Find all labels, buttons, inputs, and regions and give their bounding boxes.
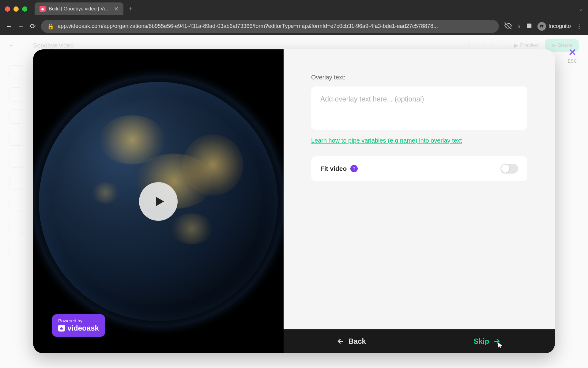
editor-modal: Powered by: ☻ videoask Overlay text: Lea…	[33, 49, 555, 353]
pipe-variables-help-link[interactable]: Learn how to pipe variables (e.g name) i…	[311, 137, 462, 144]
new-tab-button[interactable]: +	[128, 5, 132, 13]
tab-overflow-icon[interactable]: ⌄	[579, 6, 583, 12]
fit-video-toggle[interactable]	[500, 164, 518, 174]
modal-footer: Back Skip	[284, 329, 555, 353]
bg-action-icon	[499, 41, 508, 50]
close-window-button[interactable]	[5, 6, 10, 12]
nav-back-icon[interactable]: ←	[6, 22, 12, 30]
bg-sidebar-item	[9, 109, 23, 124]
toggle-knob	[501, 165, 509, 173]
skip-label: Skip	[473, 337, 489, 346]
incognito-icon	[537, 22, 546, 31]
bg-sidebar-item	[9, 242, 23, 256]
back-button[interactable]: Back	[284, 329, 420, 353]
tab-bar: ☻ Build | Goodbye video | VideoA ✕ + ⌄	[35, 2, 583, 15]
bg-sidebar-item	[9, 154, 23, 168]
form-body: Overlay text: Learn how to pipe variable…	[284, 49, 555, 329]
play-button[interactable]	[139, 182, 178, 221]
app-canvas: ← Goodbye video ▶Preview ➤Share ESC	[0, 35, 588, 368]
arrow-right-icon	[493, 337, 501, 345]
close-esc-label: ESC	[568, 59, 577, 63]
incognito-badge[interactable]: Incognito	[537, 22, 571, 31]
lock-icon: 🔒	[47, 23, 54, 30]
overlay-text-field-wrap[interactable]	[311, 86, 527, 130]
powered-brand: ☻ videoask	[58, 324, 99, 332]
overlay-text-input[interactable]	[320, 95, 518, 120]
brand-logo-icon: ☻	[58, 325, 65, 332]
bg-action-icon	[468, 41, 477, 50]
browser-toolbar: ← → ⟳ 🔒 app.videoask.com/app/organizatio…	[0, 18, 588, 35]
window-controls	[5, 6, 27, 12]
close-modal[interactable]: ESC	[568, 48, 577, 63]
bg-action-icon	[484, 41, 493, 50]
overlay-text-label: Overlay text:	[311, 74, 527, 81]
close-icon	[568, 48, 577, 58]
toolbar-actions: ☆ Incognito ⋮	[504, 22, 582, 31]
bg-preview-button: ▶Preview	[514, 42, 538, 49]
tab-title: Build | Goodbye video | VideoA	[49, 6, 111, 12]
browser-tab-active[interactable]: ☻ Build | Goodbye video | VideoA ✕	[35, 2, 123, 15]
bg-sidebar-item	[9, 198, 23, 212]
address-bar[interactable]: 🔒 app.videoask.com/app/organizations/8b9…	[41, 20, 499, 33]
url-text: app.videoask.com/app/organizations/8b955…	[58, 23, 493, 29]
arrow-left-icon	[337, 337, 345, 345]
minimize-window-button[interactable]	[13, 6, 19, 12]
tab-close-icon[interactable]: ✕	[114, 6, 119, 12]
bg-sidebar-item	[9, 65, 23, 79]
fit-video-label: Fit video	[320, 165, 347, 172]
incognito-label: Incognito	[548, 23, 571, 29]
skip-button[interactable]: Skip	[419, 329, 555, 353]
back-label: Back	[348, 337, 366, 346]
bg-sidebar-item	[9, 87, 23, 102]
bookmark-star-icon[interactable]: ☆	[517, 23, 521, 29]
maximize-window-button[interactable]	[22, 6, 27, 12]
svg-point-2	[542, 26, 544, 28]
extensions-icon[interactable]	[526, 22, 533, 30]
play-icon	[153, 195, 166, 208]
bg-sidebar-item	[9, 132, 23, 146]
video-preview-pane: Powered by: ☻ videoask	[33, 49, 284, 353]
bg-sidebar	[9, 65, 31, 359]
bg-back-arrow-icon: ←	[9, 43, 14, 48]
bg-sidebar-item	[9, 176, 23, 190]
nav-forward-icon[interactable]: →	[18, 22, 24, 30]
bg-sidebar-item	[9, 220, 23, 234]
browser-titlebar: ☻ Build | Goodbye video | VideoA ✕ + ⌄	[0, 0, 588, 18]
svg-point-1	[540, 26, 542, 28]
help-icon[interactable]: ?	[350, 165, 358, 172]
tab-favicon-icon: ☻	[40, 6, 46, 12]
fit-video-row: Fit video ?	[311, 156, 527, 181]
powered-by-badge[interactable]: Powered by: ☻ videoask	[52, 314, 105, 337]
browser-menu-icon[interactable]: ⋮	[576, 22, 582, 30]
powered-by-label: Powered by:	[58, 318, 99, 323]
brand-name: videoask	[67, 324, 99, 332]
bg-page-title: Goodbye video	[32, 42, 74, 49]
svg-rect-0	[527, 23, 532, 28]
nav-reload-icon[interactable]: ⟳	[30, 22, 36, 30]
eye-off-icon[interactable]	[504, 22, 512, 31]
form-pane: Overlay text: Learn how to pipe variable…	[284, 49, 555, 353]
